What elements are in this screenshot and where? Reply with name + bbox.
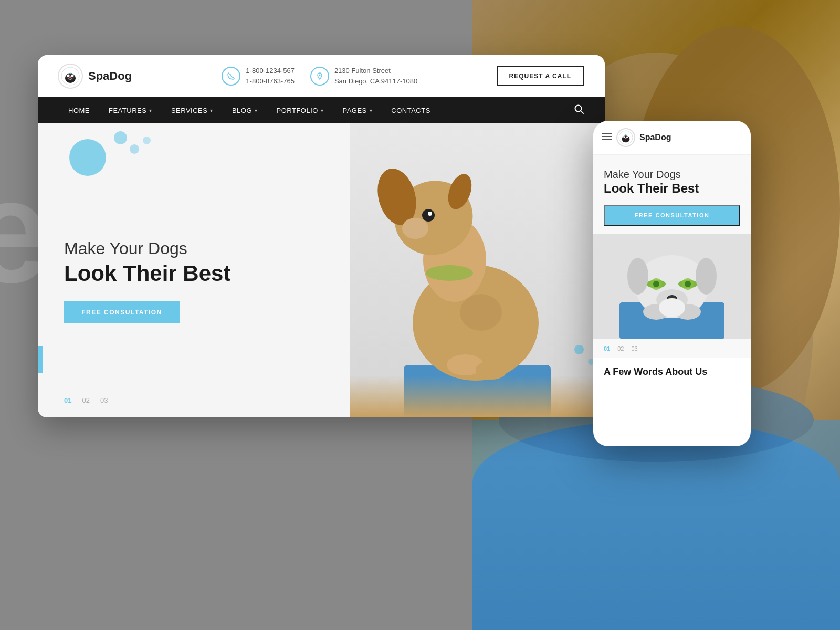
address-line-1: 2130 Fulton Street <box>334 66 417 76</box>
nav-services[interactable]: SERVICES ▾ <box>162 97 223 123</box>
svg-point-45 <box>696 258 717 295</box>
mobile-dog-image <box>593 234 751 339</box>
nav-blog[interactable]: BLOG ▾ <box>223 97 267 123</box>
svg-point-22 <box>402 218 428 239</box>
address-contact: 2130 Fulton Street San Diego, CA 94117-1… <box>310 66 417 86</box>
mobile-logo-icon <box>617 129 634 146</box>
mobile-slide-dots: 01 02 03 <box>593 339 751 358</box>
svg-point-34 <box>625 138 627 139</box>
mobile-about-title: A Few Words About Us <box>604 366 740 377</box>
mobile-header: SpaDog <box>593 121 751 155</box>
site-nav: HOME FEATURES ▾ SERVICES ▾ BLOG ▾ PORTFO… <box>38 97 605 123</box>
cta-button[interactable]: FREE CONSULTATION <box>64 301 180 323</box>
svg-point-32 <box>623 136 625 138</box>
bubble-medium <box>114 131 127 144</box>
mobile-hero: Make Your Dogs Look Their Best FREE CONS… <box>593 155 751 234</box>
mobile-logo-prefix: Spa <box>639 133 655 142</box>
hero-section: Make Your Dogs Look Their Best FREE CONS… <box>38 123 605 417</box>
phone-2: 1-800-8763-765 <box>246 76 295 87</box>
logo-icon <box>59 65 82 88</box>
nav-pages[interactable]: PAGES ▾ <box>333 97 382 123</box>
hero-title: Look Their Best <box>64 261 323 286</box>
nav-contacts[interactable]: CONTACTS <box>382 97 440 123</box>
nav-portfolio[interactable]: PORTFOLIO ▾ <box>267 97 333 123</box>
desktop-mockup: SpaDog 1-800-1234-567 1-800-8763-765 <box>38 55 605 417</box>
nav-home[interactable]: HOME <box>59 97 99 123</box>
svg-point-44 <box>627 258 648 295</box>
bubble-right-1 <box>574 345 584 354</box>
hero-subtitle: Make Your Dogs <box>64 238 323 258</box>
bubble-small-1 <box>130 144 139 154</box>
svg-point-42 <box>653 281 659 287</box>
svg-point-10 <box>69 76 71 78</box>
logo-suffix: Dog <box>109 69 132 82</box>
address-line-2: San Diego, CA 94117-1080 <box>334 76 417 87</box>
mobile-hero-title: Look Their Best <box>604 181 740 196</box>
mobile-dot-1[interactable]: 01 <box>604 345 610 352</box>
phone-icon <box>222 67 240 86</box>
svg-point-26 <box>460 294 502 331</box>
search-icon[interactable] <box>574 104 584 117</box>
logo-prefix: Spa <box>88 69 109 82</box>
slide-dot-3[interactable]: 03 <box>100 396 108 404</box>
mobile-mockup: SpaDog Make Your Dogs Look Their Best FR… <box>593 121 751 446</box>
logo-area: SpaDog <box>59 65 143 88</box>
svg-point-11 <box>319 74 320 76</box>
bubble-small-2 <box>143 136 151 144</box>
slide-dot-1[interactable]: 01 <box>64 396 71 404</box>
bottom-partial-dog <box>350 375 605 417</box>
phone-contact: 1-800-1234-567 1-800-8763-765 <box>222 66 295 86</box>
mobile-about-section: A Few Words About Us <box>593 358 751 386</box>
hamburger-icon[interactable] <box>602 132 612 143</box>
dog-image-svg <box>350 123 602 417</box>
location-icon <box>310 67 329 86</box>
svg-point-50 <box>659 298 685 317</box>
svg-point-33 <box>626 136 628 138</box>
hero-left: Make Your Dogs Look Their Best FREE CONS… <box>38 123 350 417</box>
mobile-dot-2[interactable]: 02 <box>617 345 624 352</box>
svg-point-20 <box>428 212 432 216</box>
slide-dot-2[interactable]: 02 <box>82 396 89 404</box>
logo-text: SpaDog <box>88 69 132 83</box>
hero-right <box>350 123 605 417</box>
site-header: SpaDog 1-800-1234-567 1-800-8763-765 <box>38 55 605 97</box>
svg-line-13 <box>581 111 583 113</box>
bubble-large <box>69 139 106 176</box>
svg-point-43 <box>685 281 691 287</box>
address-lines: 2130 Fulton Street San Diego, CA 94117-1… <box>334 66 417 86</box>
dog-illustration <box>350 123 605 417</box>
svg-point-19 <box>422 209 435 222</box>
mobile-hero-subtitle: Make Your Dogs <box>604 167 740 181</box>
phone-numbers: 1-800-1234-567 1-800-8763-765 <box>246 66 295 86</box>
mobile-cta-button[interactable]: FREE CONSULTATION <box>604 205 740 226</box>
svg-point-8 <box>67 74 70 77</box>
svg-point-9 <box>71 74 74 77</box>
mobile-dog-svg <box>593 234 751 339</box>
nav-features[interactable]: FEATURES ▾ <box>99 97 162 123</box>
contact-info: 1-800-1234-567 1-800-8763-765 2130 Fulto… <box>164 66 476 86</box>
request-call-button[interactable]: REQUEST A CALL <box>497 66 584 86</box>
mobile-dot-3[interactable]: 03 <box>632 345 638 352</box>
phone-1: 1-800-1234-567 <box>246 66 295 76</box>
mobile-logo-suffix: Dog <box>655 133 671 142</box>
slide-dots: 01 02 03 <box>64 396 108 404</box>
svg-point-23 <box>426 265 473 281</box>
mobile-logo-text: SpaDog <box>639 133 671 142</box>
blue-accent-strip <box>38 346 43 373</box>
